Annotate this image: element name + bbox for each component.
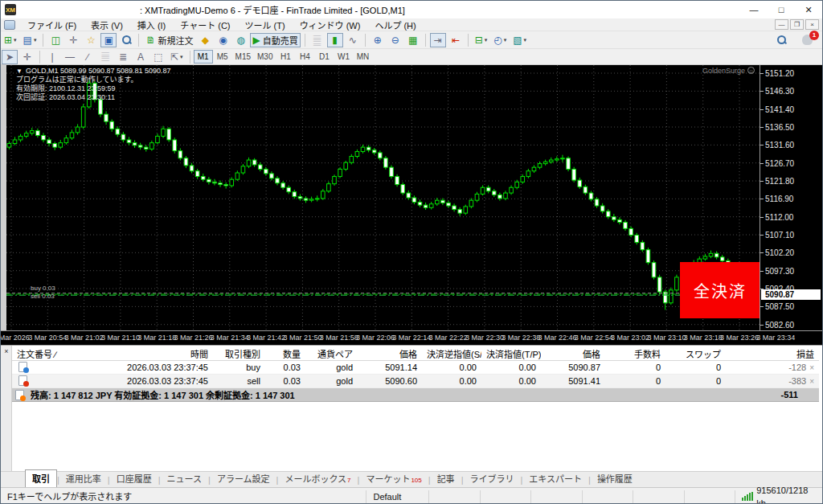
column-header[interactable]: 通貨ペア <box>305 347 358 360</box>
timeframe-mn[interactable]: MN <box>353 50 372 64</box>
terminal-tab-2[interactable]: 口座履歴 <box>110 470 158 487</box>
metaeditor-button[interactable]: ◆ <box>197 33 213 47</box>
chart-window-icon[interactable] <box>4 20 15 30</box>
mdi-restore-button[interactable]: ❐ <box>790 19 804 30</box>
shapes-button[interactable]: ⇱▾ <box>168 50 186 64</box>
timeframe-d1[interactable]: D1 <box>314 50 334 64</box>
terminal-tab-9[interactable]: エキスパート <box>522 470 588 487</box>
market-watch-button[interactable]: ◫ <box>47 33 63 47</box>
menu-item-5[interactable]: ウィンドウ (W) <box>293 18 368 32</box>
tile-windows-button[interactable]: ▦ <box>405 33 421 47</box>
price-tick-label: 5082.60 <box>765 321 794 330</box>
column-header[interactable]: 決済指値(T/P) <box>481 347 541 360</box>
close-position-icon[interactable]: × <box>809 363 814 372</box>
timeframe-h1[interactable]: H1 <box>276 50 295 64</box>
close-position-icon[interactable]: × <box>809 377 814 386</box>
time-axis[interactable]: 3 Mar 20263 Mar 20:543 Mar 21:023 Mar 21… <box>1 330 823 345</box>
timeframe-m30[interactable]: M30 <box>254 50 276 64</box>
price-tick-label: 5126.70 <box>765 159 794 168</box>
menu-item-6[interactable]: ヘルプ (H) <box>367 18 423 32</box>
minimize-button[interactable]: — <box>740 1 768 18</box>
terminal-close-button[interactable]: × <box>2 346 11 356</box>
column-header[interactable]: 注文番号 ∕ <box>12 347 96 360</box>
new-order-button[interactable]: 🗎新規注文 <box>143 33 195 47</box>
new-chart-button[interactable]: ⊞▾ <box>2 33 19 47</box>
text-tool-button[interactable]: A <box>133 50 149 64</box>
terminal-tab-8[interactable]: ライブラリ <box>463 470 520 487</box>
order-row-sell[interactable]: 2026.03.03 23:37:45sell0.03gold5090.600.… <box>12 375 819 388</box>
maximize-button[interactable]: □ <box>768 1 795 18</box>
terminal-tab-10[interactable]: 操作履歴 <box>591 470 639 487</box>
price-axis[interactable]: 5151.205146.305141.405136.505131.605126.… <box>760 65 823 330</box>
vertical-line-button[interactable]: | <box>44 50 60 64</box>
zoom-in-button[interactable]: ⊕ <box>370 33 386 47</box>
terminal-tab-7[interactable]: 記事 <box>431 470 461 487</box>
menu-item-4[interactable]: ツール (T) <box>238 18 293 32</box>
column-header[interactable]: 手数料 <box>605 347 665 360</box>
menu-item-3[interactable]: チャート (C) <box>173 18 237 32</box>
orders-table-header[interactable]: 注文番号 ∕時間取引種別数量通貨ペア価格決済逆指値(S/L)決済指値(T/P)価… <box>12 347 819 361</box>
crosshair-tool-button[interactable]: ✛ <box>19 50 35 64</box>
timeframe-m15[interactable]: M15 <box>232 50 254 64</box>
time-tick-label: 3 Mar 21:34 <box>211 334 249 342</box>
terminal-tab-6[interactable]: マーケット105 <box>359 470 428 487</box>
candlestick-canvas[interactable] <box>6 65 760 330</box>
indicators-button[interactable]: ⊟▾ <box>473 33 490 47</box>
community-button[interactable]: ◉ <box>215 33 231 47</box>
notifications-button[interactable]: 1 <box>799 33 815 47</box>
time-tick-label: 3 Mar 22:54 <box>575 334 613 342</box>
column-header[interactable]: 損益 <box>726 347 819 360</box>
bar-chart-button[interactable]: 𝄛 <box>309 33 326 47</box>
profiles-button[interactable]: ▤▾ <box>21 33 39 47</box>
label-tool-button[interactable]: ⬚ <box>150 50 166 64</box>
chart-area[interactable]: ▼GOLD,M1 5089.99 5090.87 5089.81 5090.87… <box>1 65 823 345</box>
navigator-button[interactable]: ☆ <box>83 33 99 47</box>
strategy-tester-button[interactable] <box>118 33 134 47</box>
timeframe-m1[interactable]: M1 <box>194 50 213 64</box>
close-button[interactable]: ✕ <box>795 1 822 18</box>
templates-button[interactable]: ▧▾ <box>510 33 529 47</box>
column-header[interactable]: 数量 <box>265 347 305 360</box>
horizontal-line-button[interactable]: — <box>62 50 78 64</box>
terminal-tab-5[interactable]: メールボックス7 <box>278 470 357 487</box>
column-header[interactable]: 取引種別 <box>213 347 265 360</box>
ea-smiley-icon[interactable]: ☺ <box>747 67 755 74</box>
terminal-tab-1[interactable]: 運用比率 <box>59 470 108 487</box>
timeframe-m5[interactable]: M5 <box>213 50 232 64</box>
close-all-positions-button[interactable]: 全決済 <box>680 262 760 318</box>
search-button[interactable] <box>773 33 789 47</box>
status-profile[interactable]: Default <box>366 490 429 503</box>
column-header[interactable]: 価格 <box>358 347 422 360</box>
cursor-tool-button[interactable]: ➤ <box>2 50 18 64</box>
menu-item-0[interactable]: ファイル (F) <box>20 18 84 32</box>
column-header[interactable]: 時間 <box>96 347 213 360</box>
timeframe-w1[interactable]: W1 <box>334 50 353 64</box>
column-header[interactable]: 決済逆指値(S/L) <box>422 347 481 360</box>
terminal-tab-0[interactable]: 取引 <box>25 469 57 487</box>
menu-item-1[interactable]: 表示 (V) <box>84 18 130 32</box>
mdi-minimize-button[interactable]: — <box>775 19 788 30</box>
terminal-button[interactable]: ▣ <box>100 33 117 47</box>
terminal-tab-3[interactable]: ニュース <box>161 470 208 487</box>
timeframe-h4[interactable]: H4 <box>295 50 314 64</box>
data-window-button[interactable]: ✛ <box>65 33 81 47</box>
terminal-tab-4[interactable]: アラーム設定 <box>211 470 276 487</box>
candlestick-chart-button[interactable]: ▮ <box>327 33 343 47</box>
news-globe-button[interactable]: ◍ <box>232 33 248 47</box>
mdi-close-button[interactable]: × <box>805 19 819 30</box>
autotrading-button[interactable]: ▶自動売買 <box>250 33 300 47</box>
order-row-buy[interactable]: 2026.03.03 23:37:45buy0.03gold5091.140.0… <box>12 361 819 375</box>
zoom-out-button[interactable]: ⊖ <box>387 33 403 47</box>
column-header[interactable]: 価格 <box>541 347 605 360</box>
menu-item-2[interactable]: 挿入 (I) <box>130 18 173 32</box>
chart-ohlc-title: ▼GOLD,M1 5089.99 5090.87 5089.81 5090.87 <box>16 67 171 75</box>
chart-plot[interactable]: ▼GOLD,M1 5089.99 5090.87 5089.81 5090.87… <box>6 65 760 330</box>
auto-scroll-button[interactable]: ⇥ <box>430 33 446 47</box>
chart-shift-button[interactable]: ⇤ <box>448 33 464 47</box>
channel-button[interactable]: ≣ <box>115 50 131 64</box>
trendline-button[interactable]: ∕ <box>80 50 96 64</box>
column-header[interactable]: スワップ <box>665 347 726 360</box>
fibonacci-button[interactable]: 𝄚 <box>97 50 113 64</box>
line-chart-button[interactable]: ∿ <box>345 33 361 47</box>
periods-button[interactable]: ◴▾ <box>491 33 509 47</box>
